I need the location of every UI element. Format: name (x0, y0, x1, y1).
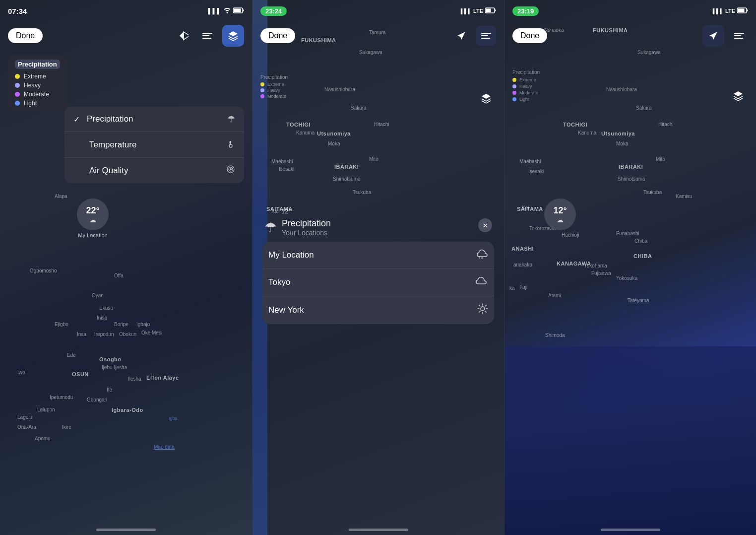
signal-icon-2: ▌▌▌ (461, 8, 471, 14)
dropdown-temperature-label: Temperature (89, 140, 136, 150)
location-arrow-button-3[interactable] (702, 25, 724, 47)
close-icon-2: ✕ (483, 222, 488, 229)
city-chiba-3: Chiba (634, 238, 647, 244)
status-time-1: 07:34 (8, 7, 27, 15)
city-hitachi-2: Hitachi (374, 122, 389, 127)
dot-heavy-2 (260, 88, 264, 92)
list-icon-2 (481, 33, 491, 39)
nav-icons-right-2 (452, 26, 496, 46)
legend-item-extreme: Extreme (15, 73, 61, 80)
dropdown-airquality-label: Air Quality (89, 166, 128, 176)
legend-heavy-2: Heavy (260, 88, 288, 93)
city-tsukuba-2: Tsukuba (353, 190, 371, 195)
svg-point-16 (481, 307, 485, 311)
city-tateyama-3: Tateyama (628, 298, 649, 303)
battery-icon-2 (485, 7, 496, 15)
location-arrow-button-2[interactable] (452, 27, 470, 45)
precip-header-2: ☂ Precipitation Your Locations ✕ (262, 218, 494, 237)
city-saitama-3: SAITAMA (517, 206, 543, 212)
city-yokosuka-3: Yokosuka (616, 275, 637, 281)
location-name-tokyo: Tokyo (268, 277, 290, 287)
list-button-1[interactable] (198, 27, 216, 45)
city-utsunomiya-3: Utsunomiya (601, 131, 635, 136)
layers-area-2 (477, 89, 495, 107)
list-button-3[interactable] (730, 27, 748, 45)
city-kanagawa-3: KANAGAWA (557, 261, 591, 267)
done-button-1[interactable]: Done (8, 28, 43, 43)
label-moderate-3: Moderate (519, 90, 538, 95)
dot-light-3 (512, 97, 516, 101)
legend-item-moderate: Moderate (15, 91, 61, 98)
dropdown-temperature[interactable]: Temperature (64, 132, 244, 157)
city-tochigi-3: TOCHIGI (563, 122, 587, 128)
status-pill-2: 23:24 (260, 6, 287, 16)
city-sakura-2: Sakura (351, 105, 367, 111)
city-ka-3: ka (509, 285, 515, 291)
precip-subtitle-2: Your Locations (282, 229, 331, 237)
city-anashi-3: ANASHI (511, 246, 534, 252)
city-isesaki-2: Isesaki (279, 166, 294, 172)
legend-dot-light (15, 101, 20, 106)
status-pill-3: 23:19 (512, 6, 539, 16)
layers-button-1[interactable] (222, 25, 244, 47)
status-icons-2: ▌▌▌ LTE (461, 7, 496, 15)
battery-icon-3 (737, 7, 748, 15)
done-button-3[interactable]: Done (512, 28, 547, 43)
nav-icons-right-3 (702, 25, 748, 47)
close-button-2[interactable]: ✕ (478, 218, 492, 232)
dropdown-precipitation[interactable]: ✓ Precipitation ☂ (64, 107, 244, 132)
dropdown-airquality-left: Air Quality (73, 166, 128, 176)
legend-items-1: Extreme Heavy Moderate Light (15, 73, 61, 107)
svg-rect-1 (243, 9, 244, 11)
location-list-2: My Location Tokyo (262, 242, 494, 324)
city-kamisu-3: Kamisu (676, 194, 692, 199)
precip-label-3: Precipitation (512, 69, 540, 75)
nav-bar-1: Done (0, 22, 252, 50)
legend-moderate-2: Moderate (260, 94, 288, 99)
location-item-tokyo[interactable]: Tokyo (262, 269, 494, 296)
weather-marker-1: 22° ☁ My Location (77, 199, 109, 238)
list-button-2[interactable] (476, 26, 496, 46)
city-isesaki-3: Isesaki (528, 169, 544, 174)
city-hitachi-3: Hitachi (658, 122, 674, 127)
city-kai-2: Kai (271, 208, 278, 214)
lte-label-3: LTE (725, 8, 735, 14)
city-tochigi-2: TOCHIGI (286, 122, 311, 128)
weather-icon-1: ☁ (89, 216, 96, 224)
legend-label-extreme: Extreme (24, 73, 46, 80)
list-icon-3 (734, 33, 744, 39)
city-tsukuba-3: Tsukuba (643, 190, 662, 195)
layers-button-2[interactable] (477, 89, 495, 107)
dropdown-menu-1: ✓ Precipitation ☂ Temperature (64, 107, 244, 183)
legend-dot-extreme (15, 74, 20, 79)
city-sukagawa-3: Sukagawa (637, 50, 661, 55)
city-anakako-3: anakako (513, 262, 532, 268)
location-item-mylocation[interactable]: My Location (262, 242, 494, 269)
dot-extreme-3 (512, 78, 516, 82)
location-weather-mylocation (476, 249, 488, 262)
location-arrow-button-1[interactable] (175, 27, 192, 45)
signal-icon-1: ▌▌▌ (208, 8, 221, 14)
precip-panel-2: ☂ Precipitation Your Locations ✕ My Loca… (262, 218, 494, 324)
legend-extreme-3: Extreme (512, 77, 540, 82)
list-icon-1 (202, 33, 212, 39)
dropdown-precipitation-label: Precipitation (87, 114, 133, 124)
airquality-icon (226, 165, 235, 176)
home-indicator-3 (601, 529, 660, 531)
legend-label-moderate: Moderate (24, 91, 49, 98)
weather-icon-3: ☁ (557, 216, 564, 224)
city-atami-3: Atami (548, 293, 561, 298)
precipitation-label-2: Precipitation (260, 74, 288, 80)
location-item-newyork[interactable]: New York (262, 296, 494, 324)
layers-button-3[interactable] (729, 87, 747, 105)
svg-point-9 (230, 169, 232, 170)
done-button-2[interactable]: Done (260, 28, 295, 43)
location-weather-newyork (477, 303, 488, 317)
legend-item-light: Light (15, 100, 61, 107)
svg-rect-26 (747, 9, 748, 11)
legend-bar-2: Precipitation Extreme Heavy Moderate (260, 74, 288, 99)
city-shimotsuma-3: Shimotsuma (618, 176, 645, 182)
label-extreme-3: Extreme (519, 77, 536, 82)
legend-label-heavy: Heavy (24, 82, 41, 89)
dropdown-airquality[interactable]: Air Quality (64, 157, 244, 183)
